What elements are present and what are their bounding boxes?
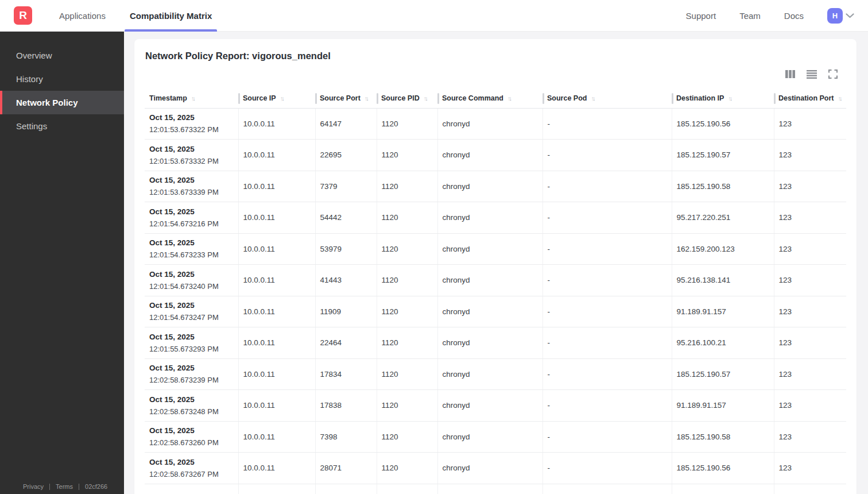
- table-row[interactable]: Oct 15, 2025 12:02:58.673260 PM 10.0.0.1…: [145, 421, 846, 453]
- column-resize-handle[interactable]: [377, 93, 378, 104]
- sort-icon[interactable]: ↑↓: [591, 95, 594, 102]
- cell-timestamp: Oct 15, 2025 12:01:55.673293 PM: [145, 327, 238, 359]
- nav-link-support[interactable]: Support: [686, 11, 716, 21]
- table-row[interactable]: Oct 15, 2025 12:01:54.673247 PM 10.0.0.1…: [145, 296, 846, 327]
- column-label: Source Pod: [547, 94, 587, 102]
- sidebar-item-history[interactable]: History: [0, 67, 124, 91]
- nav-link-docs[interactable]: Docs: [784, 11, 804, 21]
- cell-timestamp: Oct 15, 2025 12:01:54.673233 PM: [145, 233, 238, 265]
- cell-destination-port: [774, 484, 846, 494]
- tab-applications[interactable]: Applications: [54, 0, 111, 32]
- app-logo[interactable]: R: [14, 6, 32, 25]
- column-header-source-ip[interactable]: Source IP↑↓: [238, 89, 315, 108]
- column-label: Destination IP: [676, 94, 724, 102]
- table-row[interactable]: Oct 15, 2025 12:01:54.673233 PM 10.0.0.1…: [145, 233, 846, 265]
- timestamp-date: Oct 15, 2025: [149, 143, 238, 155]
- cell-source-pid: 1120: [377, 233, 437, 265]
- cell-destination-ip: 185.125.190.58: [672, 421, 774, 453]
- cell-source-pod: -: [542, 390, 672, 422]
- fullscreen-icon[interactable]: [828, 70, 838, 79]
- column-resize-handle[interactable]: [238, 93, 240, 104]
- cell-destination-ip: 185.125.190.58: [672, 171, 774, 202]
- table-row[interactable]: Oct 15, 2025 12:01:53.673339 PM 10.0.0.1…: [145, 171, 846, 202]
- cell-destination-ip: 185.125.190.57: [672, 358, 774, 390]
- sort-icon[interactable]: ↑↓: [728, 95, 731, 102]
- cell-destination-port: 123: [774, 233, 846, 265]
- table-row[interactable]: Oct 15, 2025 12:01:54.673240 PM 10.0.0.1…: [145, 265, 846, 296]
- cell-destination-ip: [672, 484, 774, 494]
- cell-source-ip: 10.0.0.11: [238, 202, 315, 234]
- cell-source-ip: 10.0.0.11: [238, 327, 315, 359]
- table-toolbar: [785, 70, 838, 79]
- column-label: Source Port: [320, 94, 361, 102]
- table-row[interactable]: Oct 15, 2025 12:02:58.673248 PM 10.0.0.1…: [145, 390, 846, 422]
- cell-source-port: 22695: [315, 140, 377, 171]
- chevron-down-icon[interactable]: [846, 13, 854, 18]
- cell-source-ip: 10.0.0.11: [238, 140, 315, 171]
- timestamp-date: Oct 15, 2025: [149, 362, 238, 374]
- cell-source-ip: 10.0.0.11: [238, 108, 315, 140]
- table-row[interactable]: Oct 15, 2025 12:01:55.673293 PM 10.0.0.1…: [145, 327, 846, 359]
- column-view-icon[interactable]: [785, 70, 795, 78]
- cell-timestamp: Oct 15, 2025 12:02:58.673267 PM: [145, 453, 238, 484]
- tab-compatibility-matrix[interactable]: Compatibility Matrix: [125, 0, 217, 32]
- column-resize-handle[interactable]: [672, 93, 673, 104]
- timestamp-date: Oct 15, 2025: [149, 111, 238, 124]
- sort-icon[interactable]: ↑↓: [280, 95, 283, 102]
- column-resize-handle[interactable]: [774, 93, 776, 104]
- cell-source-port: 41443: [315, 265, 377, 296]
- primary-tabs: Applications Compatibility Matrix: [47, 0, 224, 32]
- row-view-icon[interactable]: [807, 70, 817, 79]
- cell-destination-port: 123: [774, 296, 846, 327]
- sidebar-item-overview[interactable]: Overview: [0, 44, 124, 67]
- user-menu[interactable]: H: [827, 8, 854, 24]
- sort-icon[interactable]: ↑↓: [424, 95, 427, 102]
- sidebar-item-network-policy[interactable]: Network Policy: [0, 91, 124, 114]
- table-row[interactable]: Oct 15, 2025 12:02:58.673267 PM 10.0.0.1…: [145, 453, 846, 484]
- cell-source-command: chronyd: [437, 140, 542, 171]
- cell-source-command: [437, 484, 542, 494]
- cell-destination-port: 123: [774, 171, 846, 202]
- cell-destination-port: 123: [774, 108, 846, 140]
- column-header-source-command[interactable]: Source Command↑↓: [437, 89, 542, 108]
- cell-destination-port: 123: [774, 327, 846, 359]
- table-header-row: Timestamp↑↓ Source IP↑↓ Source Port↑↓ So…: [145, 89, 846, 108]
- column-resize-handle[interactable]: [315, 93, 317, 104]
- sidebar-item-settings[interactable]: Settings: [0, 114, 124, 138]
- table-row[interactable]: Oct 15, 2025 12:01:54.673216 PM 10.0.0.1…: [145, 202, 846, 234]
- cell-source-command: chronyd: [437, 265, 542, 296]
- cell-source-pid: 1120: [377, 265, 437, 296]
- nav-right-section: Support Team Docs H: [686, 8, 868, 24]
- cell-source-port: 53979: [315, 233, 377, 265]
- cell-destination-ip: 95.216.138.141: [672, 265, 774, 296]
- nav-link-team[interactable]: Team: [739, 11, 761, 21]
- cell-source-port: 28071: [315, 453, 377, 484]
- tab-label: Applications: [59, 11, 106, 21]
- cell-source-command: chronyd: [437, 296, 542, 327]
- sidebar-footer: Privacy Terms 02cf266: [23, 483, 107, 490]
- column-header-timestamp[interactable]: Timestamp↑↓: [145, 89, 238, 108]
- column-header-source-port[interactable]: Source Port↑↓: [315, 89, 377, 108]
- privacy-link[interactable]: Privacy: [23, 483, 44, 490]
- sort-icon[interactable]: ↑↓: [191, 95, 194, 102]
- column-header-source-pid[interactable]: Source PID↑↓: [377, 89, 437, 108]
- table-row[interactable]: Oct 15, 2025 12:01:53.673322 PM 10.0.0.1…: [145, 108, 846, 140]
- table-row[interactable]: Oct 15, 2025 12:02:58.673239 PM 10.0.0.1…: [145, 358, 846, 390]
- table-row[interactable]: Oct 15, 2025: [145, 484, 846, 494]
- column-resize-handle[interactable]: [437, 93, 439, 104]
- column-header-destination-port[interactable]: Destination Port↑↓: [774, 89, 846, 108]
- page-title: Network Policy Report: vigorous_mendel: [145, 51, 331, 61]
- column-header-source-pod[interactable]: Source Pod↑↓: [542, 89, 672, 108]
- avatar[interactable]: H: [827, 8, 843, 24]
- cell-destination-ip: 91.189.91.157: [672, 296, 774, 327]
- column-resize-handle[interactable]: [542, 93, 544, 104]
- column-header-destination-ip[interactable]: Destination IP↑↓: [672, 89, 774, 108]
- table-row[interactable]: Oct 15, 2025 12:01:53.673332 PM 10.0.0.1…: [145, 140, 846, 171]
- sort-icon[interactable]: ↑↓: [365, 95, 367, 102]
- sort-icon[interactable]: ↑↓: [507, 95, 510, 102]
- build-id: 02cf266: [85, 483, 107, 490]
- terms-link[interactable]: Terms: [56, 483, 73, 490]
- timestamp-time: 12:01:53.673339 PM: [149, 186, 238, 198]
- sort-icon[interactable]: ↑↓: [838, 95, 841, 102]
- cell-source-ip: 10.0.0.11: [238, 171, 315, 202]
